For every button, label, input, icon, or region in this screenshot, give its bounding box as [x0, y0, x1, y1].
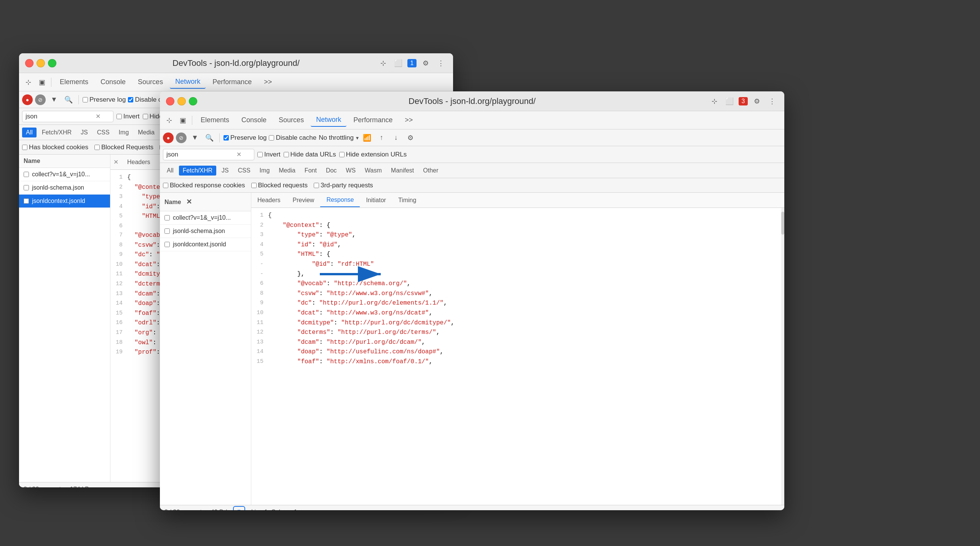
- front-file-item-0[interactable]: collect?v=1&_v=j10...: [160, 211, 251, 225]
- back-more-icon[interactable]: ⋮: [435, 57, 447, 69]
- back-search-clear[interactable]: ✕: [96, 113, 101, 120]
- back-filter-css[interactable]: CSS: [93, 128, 113, 137]
- back-maximize-button[interactable]: [48, 59, 56, 67]
- back-preserve-log-label[interactable]: Preserve log: [83, 96, 126, 104]
- back-device-icon[interactable]: ⬜: [392, 57, 404, 69]
- front-maximize-button[interactable]: [189, 97, 197, 105]
- front-scrollbar[interactable]: [781, 208, 784, 505]
- back-file-item-0[interactable]: collect?v=1&_v=j10...: [19, 168, 110, 181]
- back-invert-label[interactable]: Invert: [117, 113, 140, 120]
- front-close-file-panel[interactable]: ✕: [183, 196, 195, 208]
- back-tab-network[interactable]: Network: [170, 75, 206, 89]
- front-file-cb-1[interactable]: [164, 228, 170, 234]
- front-filter-js[interactable]: JS: [218, 166, 233, 176]
- back-check-blocked-cookies[interactable]: Has blocked cookies: [22, 144, 88, 151]
- front-throttle-select[interactable]: No throttling: [319, 134, 354, 142]
- front-close-button[interactable]: [166, 97, 174, 105]
- front-tab-preview[interactable]: Preview: [286, 194, 320, 207]
- back-tab-sources[interactable]: Sources: [132, 76, 168, 88]
- front-format-button[interactable]: {}: [233, 506, 245, 511]
- front-file-item-2[interactable]: jsonldcontext.jsonld: [160, 238, 251, 251]
- back-close-panel[interactable]: ✕: [110, 158, 121, 166]
- back-close-button[interactable]: [25, 59, 34, 67]
- back-file-item-2[interactable]: jsonldcontext.jsonld: [19, 195, 110, 208]
- back-filter-js[interactable]: JS: [77, 128, 92, 137]
- front-filter-other[interactable]: Other: [419, 166, 442, 176]
- front-inspect-icon[interactable]: ⊹: [708, 95, 720, 107]
- back-invert-checkbox[interactable]: [117, 114, 122, 119]
- front-check-3rd-party[interactable]: 3rd-party requests: [314, 182, 373, 189]
- back-preserve-log-checkbox[interactable]: [83, 97, 88, 102]
- front-tab-console[interactable]: Console: [236, 114, 272, 126]
- front-search-input[interactable]: [166, 151, 235, 158]
- front-filter-manifest[interactable]: Manifest: [387, 166, 418, 176]
- front-disable-cache-label[interactable]: Disable cache: [269, 134, 316, 142]
- front-search-clear[interactable]: ✕: [236, 151, 241, 158]
- front-filter-all[interactable]: All: [163, 166, 177, 176]
- front-tab-network[interactable]: Network: [311, 113, 346, 127]
- front-hide-data-checkbox[interactable]: [284, 152, 289, 157]
- front-filter-img[interactable]: Img: [256, 166, 274, 176]
- back-disable-cache-checkbox[interactable]: [128, 97, 133, 102]
- front-dock-icon[interactable]: ▣: [177, 114, 189, 126]
- front-check-blocked-req[interactable]: Blocked requests: [251, 182, 308, 189]
- front-filter-media[interactable]: Media: [275, 166, 299, 176]
- back-dock-icon[interactable]: ▣: [36, 76, 48, 88]
- front-3rd-party-cb[interactable]: [314, 183, 319, 188]
- back-search-icon[interactable]: 🔍: [62, 94, 75, 106]
- front-file-cb-0[interactable]: [164, 215, 170, 220]
- front-preserve-log-label[interactable]: Preserve log: [223, 134, 267, 142]
- front-filter-icon[interactable]: ▼: [189, 132, 201, 144]
- back-tab-performance[interactable]: Performance: [207, 76, 257, 88]
- front-check-blocked-cookies[interactable]: Blocked response cookies: [163, 182, 245, 189]
- front-invert-checkbox[interactable]: [257, 152, 263, 157]
- front-filter-doc[interactable]: Doc: [322, 166, 340, 176]
- front-settings-icon[interactable]: ⚙: [751, 95, 763, 107]
- back-filter-icon[interactable]: ▼: [48, 94, 60, 106]
- front-hide-data-label[interactable]: Hide data URLs: [284, 151, 336, 158]
- back-cursor-icon[interactable]: ⊹: [22, 76, 34, 88]
- front-filter-font[interactable]: Font: [301, 166, 321, 176]
- front-upload-icon[interactable]: ↑: [375, 132, 388, 144]
- back-inspect-icon[interactable]: ⊹: [377, 57, 389, 69]
- back-filter-all[interactable]: All: [22, 128, 37, 137]
- front-disable-cache-checkbox[interactable]: [269, 135, 274, 140]
- front-settings2-icon[interactable]: ⚙: [404, 132, 417, 144]
- front-record-button[interactable]: ●: [163, 133, 174, 143]
- front-throttle-arrow[interactable]: ▾: [356, 135, 359, 141]
- front-file-cb-2[interactable]: [164, 242, 170, 247]
- front-filter-wasm[interactable]: Wasm: [361, 166, 386, 176]
- front-file-item-1[interactable]: jsonld-schema.json: [160, 225, 251, 238]
- front-more-icon[interactable]: ⋮: [766, 95, 778, 107]
- back-file-item-1[interactable]: jsonld-schema.json: [19, 181, 110, 195]
- back-settings-icon[interactable]: ⚙: [420, 57, 432, 69]
- back-search-input[interactable]: [26, 113, 94, 120]
- front-hide-ext-checkbox[interactable]: [339, 152, 345, 157]
- front-invert-label[interactable]: Invert: [257, 151, 281, 158]
- front-tab-performance[interactable]: Performance: [348, 114, 398, 126]
- front-filter-ws[interactable]: WS: [342, 166, 359, 176]
- back-file-cb-1[interactable]: [24, 185, 29, 190]
- front-wifi-icon[interactable]: 📶: [361, 132, 373, 144]
- front-preserve-log-checkbox[interactable]: [223, 135, 229, 140]
- back-blocked-cookies-cb[interactable]: [22, 145, 27, 150]
- back-record-button[interactable]: ●: [22, 94, 33, 105]
- back-blocked-req-cb[interactable]: [94, 145, 100, 150]
- front-tab-sources[interactable]: Sources: [273, 114, 309, 126]
- front-stop-button[interactable]: ⊘: [176, 133, 187, 143]
- back-filter-fetchxhr[interactable]: Fetch/XHR: [38, 128, 75, 137]
- front-minimize-button[interactable]: [177, 97, 186, 105]
- back-filter-img[interactable]: Img: [115, 128, 133, 137]
- back-tab-console[interactable]: Console: [95, 76, 131, 88]
- back-file-cb-2[interactable]: [24, 198, 29, 204]
- front-tab-headers[interactable]: Headers: [251, 194, 286, 207]
- front-tab-more[interactable]: >>: [399, 114, 418, 126]
- back-check-blocked-req[interactable]: Blocked Requests: [94, 144, 153, 151]
- front-search-icon[interactable]: 🔍: [203, 132, 215, 144]
- back-stop-button[interactable]: ⊘: [35, 94, 46, 105]
- back-tab-elements[interactable]: Elements: [54, 76, 94, 88]
- front-filter-fetchxhr[interactable]: Fetch/XHR: [179, 166, 216, 176]
- front-blocked-req-cb[interactable]: [251, 183, 257, 188]
- front-filter-css[interactable]: CSS: [234, 166, 254, 176]
- front-blocked-cookies-cb[interactable]: [163, 183, 168, 188]
